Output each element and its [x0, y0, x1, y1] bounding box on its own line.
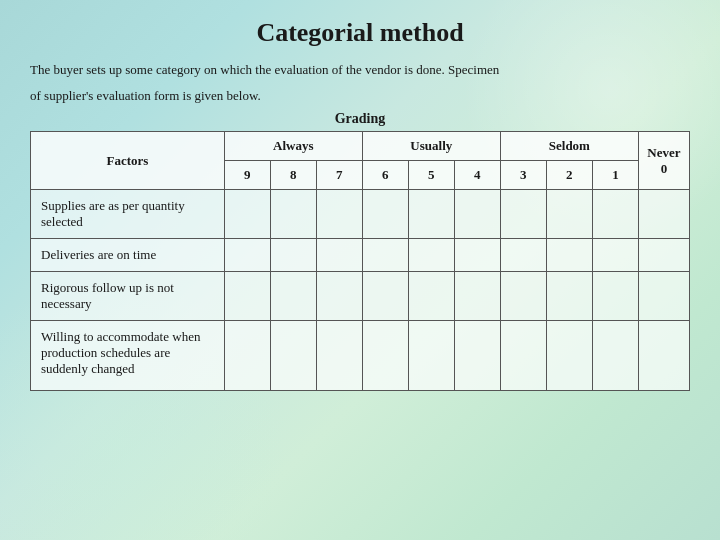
cell-4-7	[316, 321, 362, 391]
grading-label: Grading	[30, 111, 690, 127]
header-always: Always	[224, 132, 362, 161]
cell-1-6	[362, 190, 408, 239]
table-row: Deliveries are on time	[31, 239, 690, 272]
cell-3-8	[270, 272, 316, 321]
cell-2-3	[500, 239, 546, 272]
table-row: Willing to accommodate when production s…	[31, 321, 690, 391]
cell-1-1	[592, 190, 638, 239]
cell-1-9	[224, 190, 270, 239]
factor-1: Supplies are as per quantity selected	[31, 190, 225, 239]
cell-3-5	[408, 272, 454, 321]
cell-1-5	[408, 190, 454, 239]
cell-1-0	[638, 190, 689, 239]
grade-5: 5	[408, 161, 454, 190]
cell-3-4	[454, 272, 500, 321]
cell-2-0	[638, 239, 689, 272]
cell-3-7	[316, 272, 362, 321]
cell-3-6	[362, 272, 408, 321]
factor-4: Willing to accommodate when production s…	[31, 321, 225, 391]
cell-2-1	[592, 239, 638, 272]
evaluation-table: Factors Always Usually Seldom Never 0 9 …	[30, 131, 690, 391]
cell-3-1	[592, 272, 638, 321]
cell-4-2	[546, 321, 592, 391]
description-line2: of supplier's evaluation form is given b…	[30, 86, 690, 106]
cell-2-6	[362, 239, 408, 272]
cell-1-7	[316, 190, 362, 239]
cell-2-8	[270, 239, 316, 272]
cell-4-9	[224, 321, 270, 391]
grade-8: 8	[270, 161, 316, 190]
factor-3: Rigorous follow up is not necessary	[31, 272, 225, 321]
grade-4: 4	[454, 161, 500, 190]
cell-2-7	[316, 239, 362, 272]
header-seldom: Seldom	[500, 132, 638, 161]
cell-3-0	[638, 272, 689, 321]
cell-4-6	[362, 321, 408, 391]
cell-3-9	[224, 272, 270, 321]
grade-1: 1	[592, 161, 638, 190]
cell-3-2	[546, 272, 592, 321]
cell-2-5	[408, 239, 454, 272]
grade-6: 6	[362, 161, 408, 190]
factor-2: Deliveries are on time	[31, 239, 225, 272]
grade-7: 7	[316, 161, 362, 190]
cell-3-3	[500, 272, 546, 321]
cell-1-4	[454, 190, 500, 239]
header-factors: Factors	[31, 132, 225, 190]
cell-4-5	[408, 321, 454, 391]
header-never: Never 0	[638, 132, 689, 190]
cell-4-0	[638, 321, 689, 391]
cell-2-4	[454, 239, 500, 272]
grade-2: 2	[546, 161, 592, 190]
grade-3: 3	[500, 161, 546, 190]
table-row: Supplies are as per quantity selected	[31, 190, 690, 239]
page-title: Categorial method	[30, 18, 690, 48]
description-line1: The buyer sets up some category on which…	[30, 60, 690, 80]
cell-4-3	[500, 321, 546, 391]
page-content: Categorial method The buyer sets up some…	[0, 0, 720, 411]
grade-9: 9	[224, 161, 270, 190]
table-row: Rigorous follow up is not necessary	[31, 272, 690, 321]
cell-1-8	[270, 190, 316, 239]
cell-4-8	[270, 321, 316, 391]
cell-4-4	[454, 321, 500, 391]
cell-4-1	[592, 321, 638, 391]
cell-1-2	[546, 190, 592, 239]
header-usually: Usually	[362, 132, 500, 161]
cell-2-9	[224, 239, 270, 272]
table-header-row: Factors Always Usually Seldom Never 0	[31, 132, 690, 161]
cell-1-3	[500, 190, 546, 239]
cell-2-2	[546, 239, 592, 272]
